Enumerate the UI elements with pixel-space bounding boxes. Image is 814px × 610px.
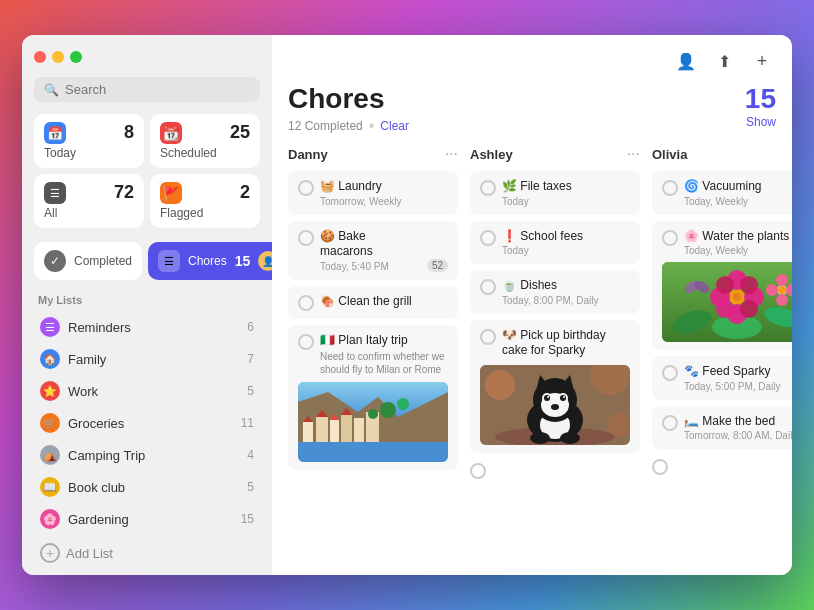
plants-checkbox[interactable] [662, 230, 678, 246]
taxes-name: 🌿 File taxes [502, 179, 630, 195]
svg-point-30 [563, 396, 565, 398]
app-window: 🔍 📅 8 Today 📆 25 Scheduled ☰ [22, 35, 792, 575]
bed-sub: Tomorrow, 8:00 AM, Daily [684, 430, 792, 441]
minimize-button[interactable] [52, 51, 64, 63]
vacuuming-checkbox[interactable] [662, 180, 678, 196]
groceries-icon: 🛒 [40, 413, 60, 433]
clear-button[interactable]: Clear [380, 119, 409, 133]
sidebar-item-chores[interactable]: ☰ Chores 15 👤 [148, 242, 288, 280]
taxes-checkbox[interactable] [480, 180, 496, 196]
task-vacuuming[interactable]: 🌀 Vacuuming Today, Weekly [652, 171, 792, 215]
fullscreen-button[interactable] [70, 51, 82, 63]
sidebar-item-gardening[interactable]: 🌸 Gardening 15 [34, 504, 260, 534]
svg-rect-7 [330, 420, 339, 442]
sidebar-item-all[interactable]: ☰ 72 All [34, 174, 144, 228]
chores-list-label: Chores [188, 254, 227, 268]
svg-rect-8 [341, 415, 352, 442]
task-italy-trip[interactable]: 🇮🇹 Plan Italy trip Need to confirm wheth… [288, 325, 458, 471]
svg-point-57 [776, 294, 788, 306]
sidebar-item-scheduled[interactable]: 📆 25 Scheduled [150, 114, 260, 168]
svg-point-35 [560, 432, 580, 444]
italy-checkbox[interactable] [298, 334, 314, 350]
list-name-groceries: Groceries [68, 416, 233, 431]
cake-checkbox[interactable] [480, 329, 496, 345]
subtitle-row: 12 Completed • Clear [288, 117, 409, 135]
show-button[interactable]: Show [746, 115, 776, 129]
scheduled-label: Scheduled [160, 146, 250, 160]
column-title-danny: Danny [288, 147, 328, 162]
sidebar-item-family[interactable]: 🏠 Family 7 [34, 344, 260, 374]
sparky-checkbox[interactable] [662, 365, 678, 381]
svg-point-51 [716, 300, 734, 318]
count-section: 15 Show [745, 83, 776, 129]
svg-point-54 [733, 293, 741, 301]
page-title: Chores [288, 83, 409, 115]
add-icon[interactable]: + [748, 47, 776, 75]
search-input[interactable] [65, 82, 250, 97]
scheduled-icon: 📆 [160, 122, 182, 144]
sidebar-item-today[interactable]: 📅 8 Today [34, 114, 144, 168]
column-title-ashley: Ashley [470, 147, 513, 162]
olivia-empty-checkbox[interactable] [652, 459, 668, 475]
share-icon[interactable]: ⬆ [710, 47, 738, 75]
completed-label: Completed [74, 254, 132, 268]
svg-rect-9 [354, 418, 364, 442]
search-bar[interactable]: 🔍 [34, 77, 260, 102]
list-count-bookclub: 5 [247, 480, 254, 494]
italy-note: Need to confirm whether we should fly to… [320, 350, 448, 376]
fees-checkbox[interactable] [480, 230, 496, 246]
list-count-camping: 4 [247, 448, 254, 462]
svg-point-34 [530, 432, 550, 444]
column-ashley: Ashley ··· 🌿 File taxes Today [470, 143, 640, 559]
dog-image [480, 365, 630, 445]
laundry-name: 🧺 Laundry [320, 179, 448, 195]
task-laundry[interactable]: 🧺 Laundry Tomorrow, Weekly [288, 171, 458, 215]
svg-point-49 [716, 276, 734, 294]
scheduled-count: 25 [230, 122, 250, 143]
person-icon[interactable]: 👤 [672, 47, 700, 75]
sidebar-item-work[interactable]: ⭐ Work 5 [34, 376, 260, 406]
list-name-reminders: Reminders [68, 320, 239, 335]
all-label: All [44, 206, 134, 220]
toolbar: 👤 ⬆ + [272, 35, 792, 79]
danny-menu-icon[interactable]: ··· [445, 145, 458, 163]
italy-image [298, 382, 448, 462]
camping-icon: ⛺ [40, 445, 60, 465]
today-count: 8 [124, 122, 134, 143]
bookclub-icon: 📖 [40, 477, 60, 497]
traffic-lights [34, 51, 260, 63]
task-water-plants[interactable]: 🌸 Water the plants Today, Weekly [652, 221, 792, 351]
sidebar-item-completed[interactable]: ✓ Completed [34, 242, 142, 280]
sparky-name: 🐾 Feed Sparky [684, 364, 792, 380]
task-make-bed[interactable]: 🛏️ Make the bed Tomorrow, 8:00 AM, Daily [652, 406, 792, 450]
task-birthday-cake[interactable]: 🐶 Pick up birthday cake for Sparky [470, 320, 640, 453]
macarons-checkbox[interactable] [298, 230, 314, 246]
dishes-checkbox[interactable] [480, 279, 496, 295]
task-dishes[interactable]: 🍵 Dishes Today, 8:00 PM, Daily [470, 270, 640, 314]
task-school-fees[interactable]: ❗ School fees Today [470, 221, 640, 265]
task-bake-macarons[interactable]: 🍪 Bake macarons Today, 5:40 PM 52 [288, 221, 458, 280]
close-button[interactable] [34, 51, 46, 63]
sidebar-item-flagged[interactable]: 🚩 2 Flagged [150, 174, 260, 228]
column-header-olivia: Olivia ··· [652, 143, 792, 165]
sidebar-item-bookclub[interactable]: 📖 Book club 5 [34, 472, 260, 502]
task-feed-sparky[interactable]: 🐾 Feed Sparky Today, 5:00 PM, Daily [652, 356, 792, 400]
bed-checkbox[interactable] [662, 415, 678, 431]
dishes-name: 🍵 Dishes [502, 278, 630, 294]
completed-count-text: 12 Completed [288, 119, 363, 133]
svg-point-52 [740, 300, 758, 318]
ashley-empty-checkbox[interactable] [470, 463, 486, 479]
list-name-family: Family [68, 352, 239, 367]
ashley-menu-icon[interactable]: ··· [627, 145, 640, 163]
sidebar-item-groceries[interactable]: 🛒 Groceries 11 [34, 408, 260, 438]
sidebar-item-camping[interactable]: ⛺ Camping Trip 4 [34, 440, 260, 470]
laundry-checkbox[interactable] [298, 180, 314, 196]
list-name-work: Work [68, 384, 239, 399]
grill-checkbox[interactable] [298, 295, 314, 311]
sidebar-item-reminders[interactable]: ☰ Reminders 6 [34, 312, 260, 342]
task-clean-grill[interactable]: 🍖 Clean the grill [288, 286, 458, 319]
add-list-button[interactable]: + Add List [34, 538, 260, 568]
task-file-taxes[interactable]: 🌿 File taxes Today [470, 171, 640, 215]
work-icon: ⭐ [40, 381, 60, 401]
grill-name: 🍖 Clean the grill [320, 294, 448, 310]
